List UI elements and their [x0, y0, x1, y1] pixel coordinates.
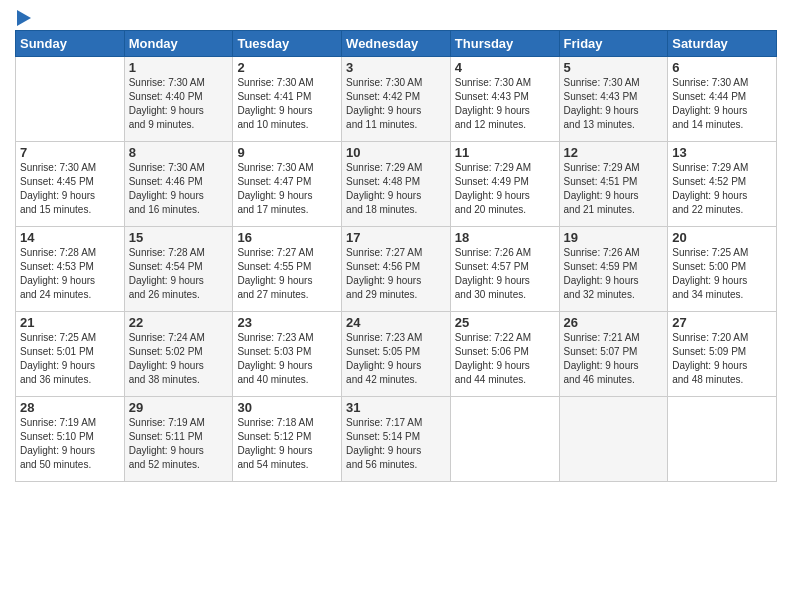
day-number: 8	[129, 145, 229, 160]
column-header-friday: Friday	[559, 31, 668, 57]
day-info: Sunrise: 7:29 AM Sunset: 4:52 PM Dayligh…	[672, 161, 772, 217]
calendar-cell: 26Sunrise: 7:21 AM Sunset: 5:07 PM Dayli…	[559, 312, 668, 397]
day-number: 4	[455, 60, 555, 75]
calendar-cell: 7Sunrise: 7:30 AM Sunset: 4:45 PM Daylig…	[16, 142, 125, 227]
day-info: Sunrise: 7:30 AM Sunset: 4:42 PM Dayligh…	[346, 76, 446, 132]
calendar-cell: 12Sunrise: 7:29 AM Sunset: 4:51 PM Dayli…	[559, 142, 668, 227]
day-number: 10	[346, 145, 446, 160]
calendar-cell	[668, 397, 777, 482]
column-header-sunday: Sunday	[16, 31, 125, 57]
calendar-week-row: 28Sunrise: 7:19 AM Sunset: 5:10 PM Dayli…	[16, 397, 777, 482]
day-number: 22	[129, 315, 229, 330]
day-info: Sunrise: 7:29 AM Sunset: 4:51 PM Dayligh…	[564, 161, 664, 217]
calendar-cell: 2Sunrise: 7:30 AM Sunset: 4:41 PM Daylig…	[233, 57, 342, 142]
day-info: Sunrise: 7:25 AM Sunset: 5:01 PM Dayligh…	[20, 331, 120, 387]
calendar-cell: 1Sunrise: 7:30 AM Sunset: 4:40 PM Daylig…	[124, 57, 233, 142]
calendar-cell	[16, 57, 125, 142]
calendar-cell: 27Sunrise: 7:20 AM Sunset: 5:09 PM Dayli…	[668, 312, 777, 397]
calendar-cell: 24Sunrise: 7:23 AM Sunset: 5:05 PM Dayli…	[342, 312, 451, 397]
page-container: SundayMondayTuesdayWednesdayThursdayFrid…	[0, 0, 792, 492]
calendar-header-row: SundayMondayTuesdayWednesdayThursdayFrid…	[16, 31, 777, 57]
day-info: Sunrise: 7:18 AM Sunset: 5:12 PM Dayligh…	[237, 416, 337, 472]
day-number: 14	[20, 230, 120, 245]
day-number: 16	[237, 230, 337, 245]
day-info: Sunrise: 7:25 AM Sunset: 5:00 PM Dayligh…	[672, 246, 772, 302]
calendar-week-row: 1Sunrise: 7:30 AM Sunset: 4:40 PM Daylig…	[16, 57, 777, 142]
day-number: 26	[564, 315, 664, 330]
day-info: Sunrise: 7:30 AM Sunset: 4:45 PM Dayligh…	[20, 161, 120, 217]
day-info: Sunrise: 7:19 AM Sunset: 5:10 PM Dayligh…	[20, 416, 120, 472]
day-info: Sunrise: 7:19 AM Sunset: 5:11 PM Dayligh…	[129, 416, 229, 472]
day-number: 1	[129, 60, 229, 75]
calendar-cell: 28Sunrise: 7:19 AM Sunset: 5:10 PM Dayli…	[16, 397, 125, 482]
column-header-thursday: Thursday	[450, 31, 559, 57]
calendar-table: SundayMondayTuesdayWednesdayThursdayFrid…	[15, 30, 777, 482]
column-header-saturday: Saturday	[668, 31, 777, 57]
day-info: Sunrise: 7:27 AM Sunset: 4:56 PM Dayligh…	[346, 246, 446, 302]
day-info: Sunrise: 7:23 AM Sunset: 5:03 PM Dayligh…	[237, 331, 337, 387]
day-number: 27	[672, 315, 772, 330]
calendar-cell: 5Sunrise: 7:30 AM Sunset: 4:43 PM Daylig…	[559, 57, 668, 142]
calendar-cell	[559, 397, 668, 482]
day-info: Sunrise: 7:30 AM Sunset: 4:43 PM Dayligh…	[455, 76, 555, 132]
day-info: Sunrise: 7:29 AM Sunset: 4:48 PM Dayligh…	[346, 161, 446, 217]
day-number: 6	[672, 60, 772, 75]
day-info: Sunrise: 7:30 AM Sunset: 4:46 PM Dayligh…	[129, 161, 229, 217]
day-number: 7	[20, 145, 120, 160]
day-info: Sunrise: 7:21 AM Sunset: 5:07 PM Dayligh…	[564, 331, 664, 387]
calendar-cell: 14Sunrise: 7:28 AM Sunset: 4:53 PM Dayli…	[16, 227, 125, 312]
day-number: 23	[237, 315, 337, 330]
day-info: Sunrise: 7:29 AM Sunset: 4:49 PM Dayligh…	[455, 161, 555, 217]
calendar-cell: 23Sunrise: 7:23 AM Sunset: 5:03 PM Dayli…	[233, 312, 342, 397]
day-number: 20	[672, 230, 772, 245]
day-info: Sunrise: 7:28 AM Sunset: 4:53 PM Dayligh…	[20, 246, 120, 302]
header	[15, 10, 777, 22]
day-info: Sunrise: 7:30 AM Sunset: 4:40 PM Dayligh…	[129, 76, 229, 132]
day-number: 3	[346, 60, 446, 75]
calendar-cell: 6Sunrise: 7:30 AM Sunset: 4:44 PM Daylig…	[668, 57, 777, 142]
calendar-week-row: 21Sunrise: 7:25 AM Sunset: 5:01 PM Dayli…	[16, 312, 777, 397]
day-number: 28	[20, 400, 120, 415]
day-number: 15	[129, 230, 229, 245]
calendar-cell: 4Sunrise: 7:30 AM Sunset: 4:43 PM Daylig…	[450, 57, 559, 142]
day-number: 2	[237, 60, 337, 75]
calendar-cell: 11Sunrise: 7:29 AM Sunset: 4:49 PM Dayli…	[450, 142, 559, 227]
logo	[15, 10, 31, 22]
calendar-cell: 8Sunrise: 7:30 AM Sunset: 4:46 PM Daylig…	[124, 142, 233, 227]
calendar-cell: 20Sunrise: 7:25 AM Sunset: 5:00 PM Dayli…	[668, 227, 777, 312]
day-info: Sunrise: 7:30 AM Sunset: 4:44 PM Dayligh…	[672, 76, 772, 132]
day-info: Sunrise: 7:22 AM Sunset: 5:06 PM Dayligh…	[455, 331, 555, 387]
calendar-cell: 16Sunrise: 7:27 AM Sunset: 4:55 PM Dayli…	[233, 227, 342, 312]
calendar-week-row: 7Sunrise: 7:30 AM Sunset: 4:45 PM Daylig…	[16, 142, 777, 227]
day-number: 21	[20, 315, 120, 330]
day-number: 19	[564, 230, 664, 245]
day-info: Sunrise: 7:26 AM Sunset: 4:59 PM Dayligh…	[564, 246, 664, 302]
day-info: Sunrise: 7:20 AM Sunset: 5:09 PM Dayligh…	[672, 331, 772, 387]
day-number: 11	[455, 145, 555, 160]
day-number: 17	[346, 230, 446, 245]
column-header-tuesday: Tuesday	[233, 31, 342, 57]
day-info: Sunrise: 7:30 AM Sunset: 4:43 PM Dayligh…	[564, 76, 664, 132]
calendar-cell: 25Sunrise: 7:22 AM Sunset: 5:06 PM Dayli…	[450, 312, 559, 397]
calendar-cell: 9Sunrise: 7:30 AM Sunset: 4:47 PM Daylig…	[233, 142, 342, 227]
logo-arrow-icon	[17, 10, 31, 26]
day-number: 25	[455, 315, 555, 330]
day-info: Sunrise: 7:30 AM Sunset: 4:47 PM Dayligh…	[237, 161, 337, 217]
calendar-cell: 17Sunrise: 7:27 AM Sunset: 4:56 PM Dayli…	[342, 227, 451, 312]
day-info: Sunrise: 7:23 AM Sunset: 5:05 PM Dayligh…	[346, 331, 446, 387]
calendar-cell: 10Sunrise: 7:29 AM Sunset: 4:48 PM Dayli…	[342, 142, 451, 227]
calendar-cell: 21Sunrise: 7:25 AM Sunset: 5:01 PM Dayli…	[16, 312, 125, 397]
day-info: Sunrise: 7:27 AM Sunset: 4:55 PM Dayligh…	[237, 246, 337, 302]
calendar-cell: 31Sunrise: 7:17 AM Sunset: 5:14 PM Dayli…	[342, 397, 451, 482]
calendar-week-row: 14Sunrise: 7:28 AM Sunset: 4:53 PM Dayli…	[16, 227, 777, 312]
day-number: 29	[129, 400, 229, 415]
day-number: 9	[237, 145, 337, 160]
day-info: Sunrise: 7:30 AM Sunset: 4:41 PM Dayligh…	[237, 76, 337, 132]
calendar-cell: 22Sunrise: 7:24 AM Sunset: 5:02 PM Dayli…	[124, 312, 233, 397]
day-info: Sunrise: 7:24 AM Sunset: 5:02 PM Dayligh…	[129, 331, 229, 387]
calendar-cell: 13Sunrise: 7:29 AM Sunset: 4:52 PM Dayli…	[668, 142, 777, 227]
day-number: 24	[346, 315, 446, 330]
day-number: 30	[237, 400, 337, 415]
day-info: Sunrise: 7:26 AM Sunset: 4:57 PM Dayligh…	[455, 246, 555, 302]
calendar-cell: 19Sunrise: 7:26 AM Sunset: 4:59 PM Dayli…	[559, 227, 668, 312]
